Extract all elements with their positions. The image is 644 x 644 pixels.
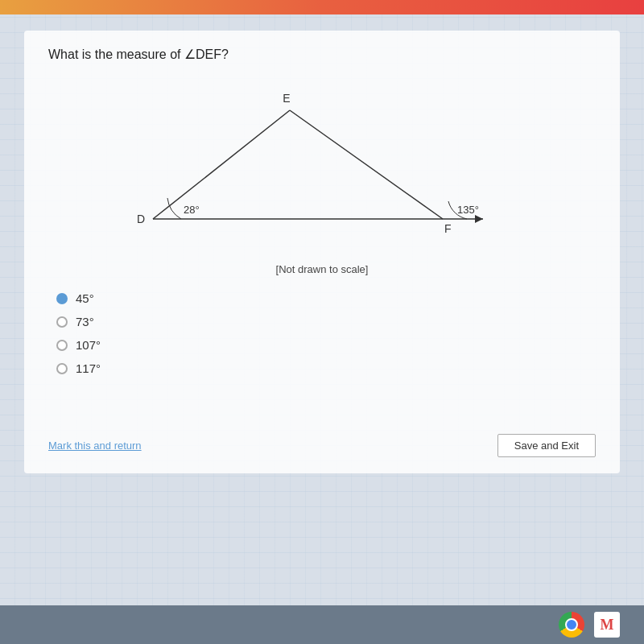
radio-option-3[interactable]	[56, 340, 68, 351]
svg-text:135°: 135°	[457, 204, 479, 216]
diagram-container: E D F 28° 135°	[129, 78, 515, 255]
main-content: What is the measure of ∠DEF?	[0, 14, 644, 644]
top-bar	[0, 0, 644, 14]
svg-text:28°: 28°	[184, 204, 200, 216]
mark-return-link[interactable]: Mark this and return	[48, 440, 142, 452]
list-item: 45°	[56, 291, 596, 305]
save-exit-button[interactable]: Save and Exit	[497, 434, 596, 457]
option-label-2: 73°	[76, 315, 94, 328]
svg-text:D: D	[137, 213, 145, 225]
chrome-icon[interactable]	[559, 612, 584, 638]
bottom-bar: Mark this and return Save and Exit	[24, 434, 620, 457]
option-label-3: 107°	[76, 338, 101, 352]
svg-line-2	[153, 110, 290, 219]
option-label-4: 117°	[76, 361, 101, 375]
list-item: 117°	[56, 361, 596, 375]
question-area: What is the measure of ∠DEF?	[24, 31, 620, 473]
question-label: What is the measure of ∠DEF?	[48, 47, 229, 61]
radio-option-1[interactable]	[56, 293, 68, 304]
svg-text:F: F	[444, 222, 452, 235]
question-text: What is the measure of ∠DEF?	[48, 47, 596, 62]
list-item: 107°	[56, 338, 596, 352]
svg-marker-1	[475, 215, 483, 223]
option-label-1: 45°	[76, 291, 94, 305]
options-list: 45° 73° 107° 117°	[56, 291, 596, 375]
gmail-letter: M	[601, 617, 614, 634]
list-item: 73°	[56, 315, 596, 328]
radio-option-2[interactable]	[56, 316, 68, 328]
gmail-icon[interactable]: M	[594, 612, 620, 638]
diagram-note: [Not drawn to scale]	[48, 263, 596, 275]
svg-text:E: E	[283, 92, 290, 105]
svg-line-3	[290, 110, 443, 219]
radio-option-4[interactable]	[56, 363, 68, 374]
taskbar: M	[0, 605, 644, 644]
